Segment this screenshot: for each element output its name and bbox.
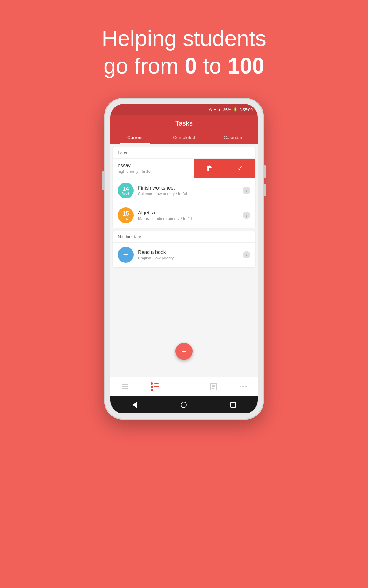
app-bar-title: Tasks: [110, 119, 258, 127]
app-bar: Tasks Current Completed Calendar: [110, 115, 258, 144]
worksheet-info-icon[interactable]: i: [243, 187, 250, 194]
battery-text: 35%: [223, 107, 231, 112]
android-back-btn[interactable]: [132, 402, 137, 408]
later-section-header: Later: [113, 147, 255, 159]
screen: ⊖ ▾ ▲ 35% 🔋 8:55:00 Tasks Current C: [110, 104, 258, 413]
bottom-nav: ·: [110, 377, 258, 396]
tasks-icon: [151, 382, 159, 391]
main-content: Later essay high priority / In 1d i: [110, 144, 258, 377]
book-badge-minus: −: [123, 250, 128, 259]
hero-title: Helping students go from 0 to 100: [0, 24, 368, 80]
worksheet-badge: 14 Wed: [118, 183, 134, 198]
nav-item-more[interactable]: [228, 386, 258, 387]
algebra-badge: 15 Thu: [118, 207, 134, 223]
more-icon: [240, 386, 247, 387]
dnd-icon: ⊖: [209, 107, 212, 112]
tab-bar: Current Completed Calendar: [110, 132, 258, 144]
later-section: Later essay high priority / In 1d i: [113, 147, 255, 228]
book-task-item[interactable]: − Read a book English - low priority i: [113, 243, 255, 267]
book-task-info: Read a book English - low priority: [138, 250, 243, 260]
status-bar-content: ⊖ ▾ ▲ 35% 🔋 8:55:00: [209, 107, 253, 112]
nav-item-tasks[interactable]: [140, 382, 169, 391]
worksheet-badge-day: 14: [122, 186, 129, 192]
no-due-header: No due date: [113, 231, 255, 243]
nav-item-layers[interactable]: [110, 384, 140, 389]
book-info-icon[interactable]: i: [243, 251, 250, 258]
algebra-task-title: Algebra: [138, 210, 243, 216]
recents-icon: [230, 402, 236, 408]
signal-icon: ▲: [218, 107, 221, 112]
delete-swipe-btn[interactable]: 🗑: [203, 161, 216, 175]
time-display: 8:55:00: [240, 107, 253, 112]
worksheet-badge-weekday: Wed: [122, 192, 129, 195]
worksheet-task-info: Finish worksheet Science - low priority …: [138, 185, 243, 196]
status-bar: ⊖ ▾ ▲ 35% 🔋 8:55:00: [110, 104, 258, 115]
essay-task-container: essay high priority / In 1d i 🗑 ✓: [113, 159, 255, 178]
android-recents-btn[interactable]: [230, 402, 236, 408]
worksheet-task-subtitle: Science - low priority / In 3d: [138, 191, 243, 196]
worksheet-task-item[interactable]: 14 Wed Finish worksheet Science - low pr…: [113, 178, 255, 203]
android-home-btn[interactable]: [181, 402, 187, 408]
phone-wrapper: ⊖ ▾ ▲ 35% 🔋 8:55:00 Tasks Current C: [0, 98, 368, 420]
algebra-task-item[interactable]: 15 Thu Algebra Maths - medium priority /…: [113, 203, 255, 228]
book-task-subtitle: English - low priority: [138, 256, 243, 260]
phone-btn-right-bottom: [264, 184, 266, 196]
notes-icon: [210, 383, 217, 390]
book-badge: −: [118, 247, 134, 263]
tab-completed[interactable]: Completed: [159, 132, 209, 144]
hero-section: Helping students go from 0 to 100: [0, 0, 368, 80]
tab-calendar[interactable]: Calendar: [209, 132, 258, 144]
fab-container: +: [175, 343, 193, 360]
algebra-task-info: Algebra Maths - medium priority / In 4d: [138, 210, 243, 221]
wifi-icon: ▾: [214, 107, 216, 112]
algebra-info-icon[interactable]: i: [243, 212, 250, 219]
swipe-actions-overlay: 🗑 ✓: [194, 159, 255, 178]
algebra-badge-day: 15: [122, 210, 129, 217]
nav-item-notes[interactable]: [199, 383, 228, 390]
tab-current[interactable]: Current: [110, 132, 159, 144]
fab-button[interactable]: +: [175, 343, 193, 360]
algebra-badge-weekday: Thu: [123, 217, 129, 220]
book-task-title: Read a book: [138, 250, 243, 255]
no-due-section: No due date − Read a book English - low …: [113, 231, 255, 267]
layers-icon: [122, 384, 128, 389]
phone-btn-right-top: [264, 165, 266, 178]
check-swipe-btn[interactable]: ✓: [234, 161, 246, 175]
phone-device: ⊖ ▾ ▲ 35% 🔋 8:55:00 Tasks Current C: [104, 98, 264, 420]
algebra-task-subtitle: Maths - medium priority / In 4d: [138, 216, 243, 221]
android-nav-bar: [110, 396, 258, 413]
phone-btn-left: [102, 172, 104, 190]
home-icon: [181, 402, 187, 408]
worksheet-task-title: Finish worksheet: [138, 185, 243, 191]
battery-icon: 🔋: [233, 107, 238, 112]
back-icon: [132, 402, 137, 408]
